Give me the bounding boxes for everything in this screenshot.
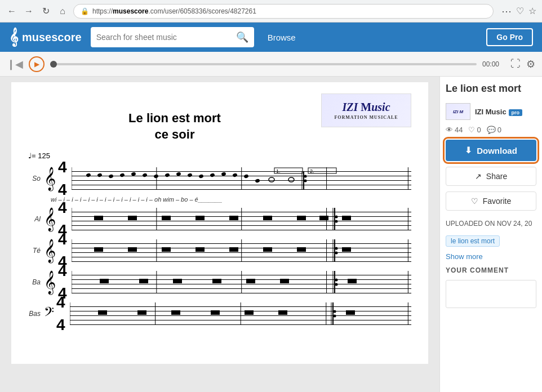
svg-rect-36 [94, 216, 103, 220]
svg-rect-81 [348, 279, 357, 283]
search-icon[interactable]: 🔍 [236, 31, 248, 43]
gopro-button[interactable]: Go Pro [486, 28, 533, 46]
comment-textarea[interactable] [446, 280, 536, 308]
star-icon[interactable]: ☆ [528, 6, 536, 16]
stats-row: 👁 44 ♡ 0 💬 0 [446, 126, 536, 134]
show-more-link[interactable]: Show more [446, 252, 536, 261]
svg-point-93 [333, 310, 336, 313]
settings-button[interactable]: ⚙ [526, 58, 535, 70]
home-button[interactable]: ⌂ [56, 5, 69, 17]
soprano-staff: 1. 2. [72, 167, 411, 190]
alto-staff [72, 208, 411, 230]
url-bar[interactable]: 🔒 https://musescore.com/user/6058336/sco… [73, 4, 494, 19]
svg-point-11 [153, 174, 158, 179]
download-button[interactable]: ⬇ Download [446, 140, 536, 161]
svg-rect-89 [171, 310, 180, 315]
svg-rect-72 [139, 279, 148, 283]
svg-point-8 [119, 173, 125, 177]
sheet-logo: IZI Music FORMATION MUSICALE [321, 93, 411, 127]
composer-row: IZI M IZI Music pro [446, 103, 536, 120]
favorite-icon: ♡ [471, 197, 478, 206]
favorite-button[interactable]: ♡ Favorite [446, 191, 536, 211]
share-button[interactable]: ↗ Share [446, 167, 536, 186]
svg-rect-42 [297, 216, 306, 220]
svg-point-27 [304, 175, 306, 178]
bass2-notes [70, 302, 411, 325]
search-input[interactable] [96, 33, 232, 42]
svg-point-28 [304, 180, 306, 182]
tag-chip[interactable]: le lion est mort [446, 235, 500, 247]
eye-icon: 👁 [446, 126, 453, 134]
svg-rect-56 [162, 247, 171, 252]
svg-rect-58 [229, 247, 238, 252]
svg-point-45 [335, 220, 337, 223]
right-sidebar: Le lion est mort IZI M IZI Music pro 👁 4… [439, 77, 542, 392]
logo-icon: 𝄞 [9, 28, 19, 47]
browse-button[interactable]: Browse [263, 33, 300, 42]
views-stat: 👁 44 [446, 126, 463, 134]
svg-rect-65 [342, 247, 351, 252]
svg-point-62 [335, 252, 337, 255]
svg-rect-74 [212, 279, 221, 283]
tenor-label: Té [28, 247, 44, 255]
sheet-viewer[interactable]: Le lion est mort ce soir IZI Music FORMA… [0, 77, 439, 392]
treble-clef-alto: 𝄞 [44, 208, 58, 230]
play-button[interactable]: ▶ [29, 56, 45, 72]
svg-point-15 [198, 174, 203, 179]
svg-rect-90 [211, 310, 220, 315]
soprano-notes: 1. 2. [72, 167, 411, 190]
svg-rect-54 [94, 247, 103, 252]
soprano-label: So [28, 175, 44, 182]
svg-point-94 [333, 315, 336, 318]
svg-rect-37 [128, 216, 137, 220]
browser-chrome: ← → ↻ ⌂ 🔒 https://musescore.com/user/605… [0, 0, 542, 23]
svg-point-7 [108, 174, 113, 179]
svg-rect-41 [263, 216, 272, 220]
menu-dots-icon[interactable]: ⋯ [501, 5, 512, 17]
svg-point-61 [335, 247, 337, 250]
alto-row: Al 𝄞 44 [28, 205, 411, 233]
svg-point-19 [243, 174, 248, 179]
bookmark-icon[interactable]: ♡ [516, 6, 524, 16]
svg-point-17 [221, 172, 226, 176]
svg-rect-40 [229, 216, 238, 220]
svg-text:1.: 1. [276, 168, 281, 174]
fullscreen-button[interactable]: ⛶ [510, 58, 521, 70]
forward-button[interactable]: → [23, 5, 35, 17]
svg-point-16 [210, 173, 215, 177]
svg-rect-48 [342, 216, 351, 220]
svg-rect-57 [196, 247, 205, 252]
svg-point-12 [165, 173, 170, 177]
progress-track[interactable] [50, 63, 477, 65]
back-button[interactable]: ← [6, 5, 18, 17]
bass2-row: Bas 𝄢 44 [28, 300, 411, 328]
composer-logo: IZI M [446, 103, 470, 120]
svg-point-78 [335, 283, 337, 286]
bass2-staff [70, 302, 411, 325]
sheet-title-block: Le lion est mort ce soir [28, 93, 321, 142]
url-text: https://musescore.com/user/6058336/score… [92, 7, 256, 15]
search-box: 🔍 [91, 27, 254, 47]
sidebar-title: Le lion est mort [446, 82, 536, 95]
staff-system: So 𝄞 44 [28, 164, 411, 328]
svg-rect-88 [137, 310, 146, 315]
svg-rect-60 [297, 247, 306, 252]
tenor-staff [72, 239, 411, 262]
svg-point-6 [97, 173, 102, 177]
svg-rect-76 [280, 279, 289, 283]
player-bar: ❙◀ ▶ 00:00 ⛶ ⚙ [0, 52, 542, 77]
svg-rect-75 [246, 279, 255, 283]
svg-rect-55 [128, 247, 137, 252]
tenor-row: Té 𝄞 44 [28, 237, 411, 265]
svg-point-5 [86, 173, 91, 177]
svg-point-14 [187, 173, 192, 177]
svg-point-77 [335, 279, 337, 282]
app: 𝄞 musescore 🔍 Browse Go Pro ❙◀ ▶ 00:00 ⛶… [0, 23, 542, 392]
refresh-button[interactable]: ↻ [39, 5, 52, 17]
treble-clef-tenor: 𝄞 [44, 239, 58, 262]
svg-rect-43 [319, 216, 328, 220]
alto-notes [72, 208, 411, 230]
prev-button[interactable]: ❙◀ [7, 58, 23, 70]
svg-point-13 [176, 172, 181, 176]
svg-text:2.: 2. [310, 168, 314, 174]
